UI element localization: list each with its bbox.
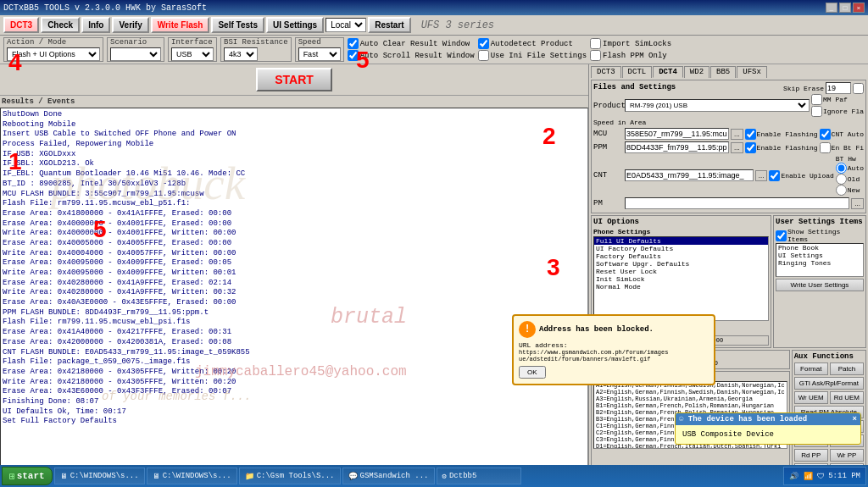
auto-clear-checkbox[interactable]: Auto Clear Result Window	[348, 38, 475, 49]
ui-list-item[interactable]: Factory Defaults	[594, 252, 768, 260]
ppm-enable-check[interactable]: Enable Flashing	[745, 142, 818, 153]
taskbar-item-3[interactable]: 📁 C:\Gsm Tools\S...	[239, 468, 341, 484]
taskbar: ⊞ start 🖥 C:\WINDOWS\s... 🖥 C:\WINDOWS\s…	[0, 465, 868, 487]
bsi-select[interactable]: 4k3	[224, 47, 258, 61]
close-btn[interactable]: ×	[853, 3, 865, 13]
info-button[interactable]: Info	[81, 17, 110, 33]
cnt-enable-check[interactable]: Enable Upload	[769, 170, 833, 181]
cnt-input[interactable]	[625, 169, 754, 181]
user-items-list[interactable]: Phone Book UI Settings Ringing Tones	[776, 243, 864, 277]
bt-auto-check[interactable]: Auto	[836, 163, 864, 174]
en-bt-fi-check[interactable]: En Bt Fi	[820, 142, 864, 153]
log-line: Erase Area: 0x40A3E0000 - 0x43E5FFFE, Er…	[3, 298, 586, 308]
cnt-browse-btn[interactable]: ...	[755, 170, 768, 181]
ui-list-item[interactable]: Normal Mode	[594, 283, 768, 291]
ui-list-item[interactable]: Reset User Lock	[594, 268, 768, 275]
import-simlocks-checkbox[interactable]: Import SimLocks	[590, 38, 671, 49]
wr-pp-btn[interactable]: Wr PP	[830, 449, 864, 462]
skip-erase-check[interactable]	[853, 83, 864, 94]
device-name: USB Composite Device	[682, 430, 774, 439]
mcu-browse-btn[interactable]: ...	[731, 129, 743, 140]
tab-bb5[interactable]: BB5	[710, 66, 736, 78]
self-tests-button[interactable]: Self Tests	[211, 17, 264, 33]
bt-old-check[interactable]: Old	[836, 174, 864, 185]
user-item[interactable]: Phone Book	[776, 244, 863, 252]
taskbar-item-2[interactable]: 🖥 C:\WINDOWS\s...	[147, 468, 237, 484]
ui-list-item[interactable]: Init SimLock	[594, 275, 768, 283]
log-line: Erase Area: 0x41800000 - 0x41A1FFFE, Era…	[3, 209, 586, 219]
tabs: DCT3 DCTL DCT4 WD2 BB5 UFSx	[591, 66, 866, 78]
tab-ufsx[interactable]: UFSx	[737, 66, 767, 78]
tab-dct4[interactable]: DCT4	[653, 66, 683, 78]
title-bar-text: DCTxBB5 TOOLS v 2.3.0.0 HWK by SarasSoft	[3, 3, 207, 13]
ui-options-list[interactable]: Full UI Defaults UI Factory Defaults Fac…	[593, 236, 769, 321]
speed-area-label: Speed in Area	[593, 119, 864, 126]
skip-erase-input[interactable]	[826, 82, 851, 94]
product-select[interactable]: RM-799 (201) USB	[625, 99, 810, 112]
show-settings-check[interactable]: Show Settings Items	[776, 228, 864, 243]
pm-input[interactable]	[625, 197, 849, 209]
maximize-btn[interactable]: □	[839, 3, 851, 13]
cnt-auto-check[interactable]: CNT Auto	[820, 129, 864, 140]
gti-btn-row: GTI Ask/Rpl/Format	[794, 377, 864, 390]
wr-uem-btn[interactable]: Wr UEM	[794, 391, 828, 404]
taskbar-item-4[interactable]: 💬 GSMSandwich ...	[342, 468, 435, 484]
minimize-btn[interactable]: _	[826, 3, 837, 13]
write-user-settings-btn[interactable]: Write User Settings	[776, 279, 864, 291]
ui-list-item[interactable]: UI Factory Defaults	[594, 245, 768, 252]
bt-new-check[interactable]: New	[836, 185, 864, 196]
taskbar-icon-5: ⚙	[442, 472, 447, 481]
lang-item[interactable]: A2=English,German,Finnish,Swedish,Danish…	[594, 389, 787, 396]
start-menu-button[interactable]: ⊞ start	[2, 467, 53, 485]
interface-label: Interface	[171, 38, 214, 47]
ppm-input[interactable]	[625, 141, 729, 153]
use-ini-checkbox[interactable]: Use Ini File Settings	[478, 50, 587, 61]
lang-item[interactable]: A3=English,Russian,Ukrainian,Armenia,Geo…	[594, 396, 787, 402]
bt-hw-label: BT Hw	[836, 155, 864, 163]
autodetect-checkbox[interactable]: Autodetect Product	[478, 38, 587, 49]
ui-options-title: UI Options	[593, 218, 769, 226]
tray-time: 5:11 PM	[828, 472, 860, 480]
addr-ok-btn[interactable]: OK	[519, 366, 546, 379]
ppm-browse-btn[interactable]: ...	[731, 142, 743, 153]
rd-pp-btn[interactable]: Rd PP	[794, 449, 828, 462]
mcu-input[interactable]	[625, 128, 729, 140]
restart-button[interactable]: Restart	[368, 17, 410, 33]
popup-close-btn[interactable]: ×	[853, 415, 857, 423]
interface-select[interactable]: USB	[171, 47, 214, 61]
blocked-url: https://www.gsmandwich.com.ph/forum/imag…	[519, 349, 709, 356]
gti-ask-btn[interactable]: GTI Ask/Rpl/Format	[794, 377, 864, 390]
pm-browse-btn[interactable]: ...	[851, 198, 864, 209]
speed-label: Speed	[298, 38, 341, 47]
tab-dctl[interactable]: DCTL	[622, 66, 653, 78]
lang-item[interactable]: B1=English,German,French,Polish,Romanian…	[594, 402, 787, 409]
auto-scroll-checkbox[interactable]: Auto Scroll Result Window	[348, 50, 475, 61]
scenario-select[interactable]	[110, 47, 161, 61]
log-line: Erase Area: 0x42000000 - 0x4200381A, Era…	[3, 338, 586, 348]
user-item[interactable]: Ringing Tones	[776, 259, 863, 267]
mcu-enable-check[interactable]: Enable Flashing	[745, 129, 818, 140]
disconnect-button[interactable]: DCT3	[3, 17, 39, 33]
tab-dct3[interactable]: DCT3	[591, 66, 621, 78]
patch-btn[interactable]: Patch	[830, 362, 864, 375]
start-button[interactable]: START	[256, 68, 332, 91]
local-select[interactable]: Local	[326, 18, 366, 32]
mm-paf-check[interactable]: MM Paf	[811, 94, 864, 105]
taskbar-item-1[interactable]: 🖥 C:\WINDOWS\s...	[54, 468, 145, 484]
log-area[interactable]: ShutDown Done Rebooting Mobile Insert US…	[0, 108, 588, 475]
tab-wd2[interactable]: WD2	[684, 66, 709, 78]
format-btn[interactable]: Format	[794, 362, 828, 375]
write-flash-button[interactable]: Write Flash	[151, 17, 210, 33]
ignore-fla-check[interactable]: Ignore Fla	[811, 106, 864, 117]
ui-settings-button[interactable]: UI Settings	[266, 17, 324, 33]
speed-select[interactable]: Fast	[298, 47, 341, 61]
verify-button[interactable]: Verify	[112, 17, 148, 33]
taskbar-item-5[interactable]: ⚙ Dctbb5	[437, 468, 521, 484]
user-item[interactable]: UI Settings	[776, 252, 863, 259]
flash-ppm-checkbox[interactable]: Flash PPM Only	[590, 50, 671, 61]
check-button[interactable]: Check	[41, 17, 80, 33]
rd-uem-btn[interactable]: Rd UEM	[830, 391, 864, 404]
ui-list-item[interactable]: Full UI Defaults	[594, 237, 768, 245]
action-mode-select[interactable]: Flash + UI Options	[7, 47, 100, 61]
ui-list-item[interactable]: Software Upgr. Defaults	[594, 260, 768, 268]
